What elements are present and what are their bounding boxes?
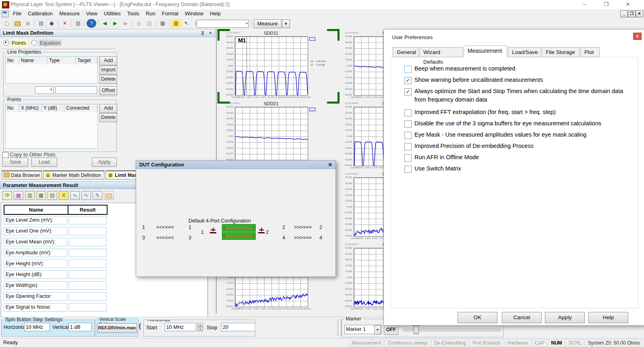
chart-box-icon[interactable]: ∿ [81, 191, 91, 200]
restore-button[interactable]: ❐ [597, 0, 615, 9]
prefs-checkbox[interactable] [404, 166, 412, 173]
prefs-checkbox[interactable] [404, 143, 412, 150]
back-icon[interactable]: ◀ [100, 19, 110, 28]
points-radio[interactable]: Points [3, 40, 27, 46]
prefs-tab-general[interactable]: General [393, 47, 418, 57]
vertical-step-input[interactable] [68, 323, 92, 331]
close-icon[interactable]: ✕ [328, 162, 332, 168]
prefs-tab-file-storage[interactable]: File Storage [542, 47, 580, 57]
collapse-chevron-icon[interactable]: ⟨ [139, 322, 141, 330]
forward-icon[interactable]: ▶ [110, 19, 120, 28]
stop-input[interactable] [221, 323, 255, 331]
menu-measure[interactable]: Measure [56, 9, 83, 18]
prefs-checkbox[interactable]: ✓ [404, 77, 412, 84]
help-button[interactable]: Help [588, 312, 628, 323]
line-properties-table-body[interactable] [5, 64, 98, 83]
open-icon[interactable] [12, 19, 22, 28]
measure-dropdown-arrow[interactable]: ▼ [282, 19, 290, 28]
panel-gripper[interactable] [338, 320, 342, 336]
mdi-close-button[interactable]: ✕ [636, 10, 643, 17]
param-row-result[interactable] [69, 227, 107, 235]
horizontal-step-input[interactable] [24, 323, 50, 331]
start-spinner[interactable]: ▲▼ [197, 323, 203, 332]
spin-down-icon[interactable]: ▼ [197, 327, 203, 331]
prefs-tab-load-save[interactable]: Load/Save [508, 47, 541, 57]
tools-icon[interactable]: ✎ [93, 191, 102, 200]
param-row-result[interactable] [69, 260, 107, 268]
param-row-result[interactable] [69, 270, 107, 279]
menu-utilities[interactable]: Utilities [101, 9, 124, 18]
add-button[interactable]: Add [99, 104, 117, 113]
apply-button[interactable]: Apply [545, 312, 585, 323]
column-no[interactable]: No [6, 104, 19, 112]
prefs-checkbox[interactable] [404, 132, 412, 139]
chevron-down-icon[interactable]: ▼ [374, 325, 381, 335]
points-table-body[interactable] [5, 112, 98, 149]
start-input[interactable] [165, 323, 196, 331]
close-panel-icon[interactable]: × [209, 30, 212, 36]
copy-other-plots-checkbox[interactable] [2, 152, 8, 158]
columns-icon[interactable]: ▥ [25, 191, 35, 200]
prefs-tab-wizard-defaults[interactable]: Wizard Defaults [419, 47, 463, 57]
ok-button[interactable]: OK [458, 312, 497, 323]
line-type-dropdown[interactable]: ▼ [35, 86, 54, 94]
camera-icon[interactable]: ◉ [47, 19, 56, 28]
tab-data-browser[interactable]: Data Browser [2, 170, 42, 179]
apply-button[interactable]: Apply [92, 158, 117, 167]
import-button[interactable]: Import [99, 66, 117, 75]
prefs-tab-plot[interactable]: Plot [580, 47, 600, 57]
copy-icon[interactable]: ▤ [36, 19, 46, 28]
plot-area[interactable] [235, 107, 308, 166]
marker-slider-thumb[interactable] [414, 326, 419, 334]
ref-div-button[interactable]: REF.DIV/min.max [97, 323, 137, 333]
param-row-result[interactable] [69, 238, 107, 246]
marker-line[interactable] [246, 36, 247, 95]
menu-view[interactable]: View [83, 9, 101, 18]
load-button[interactable]: Load [31, 158, 57, 167]
mdi-minimize-button[interactable]: _ [620, 10, 628, 17]
mdi-child-icon[interactable] [2, 10, 9, 17]
plot-area[interactable] [235, 36, 308, 96]
refresh-icon[interactable]: ⟳ [2, 191, 12, 200]
param-row-result[interactable] [69, 249, 107, 257]
column-no[interactable]: No [6, 57, 19, 65]
help-icon[interactable]: ? [87, 19, 96, 28]
menu-file[interactable]: File [10, 9, 25, 18]
pin-icon[interactable]: ⊼ [201, 30, 205, 36]
column-target[interactable]: Target [76, 57, 97, 65]
table-icon[interactable]: ▦ [158, 19, 168, 28]
add-button[interactable]: Add [99, 56, 117, 65]
prefs-checkbox[interactable] [404, 154, 412, 162]
spin-up-icon[interactable]: ▲ [197, 323, 203, 327]
column-connected[interactable]: Connected [64, 104, 97, 112]
delete-button[interactable]: Delete [99, 75, 117, 84]
toolbar-combobox[interactable]: ▾ [197, 20, 249, 28]
prefs-checkbox[interactable] [404, 109, 412, 116]
measure-dropdown-button[interactable]: Measure [254, 19, 282, 28]
prefs-tab-measurement[interactable]: Measurement [464, 46, 507, 57]
marker-off-button[interactable]: OFF [384, 325, 398, 335]
marker-select[interactable]: Marker 1 ▼ [344, 325, 381, 334]
line-value-input[interactable] [55, 86, 97, 94]
menu-run[interactable]: Run [143, 9, 159, 18]
new-icon[interactable]: ▢ [2, 19, 12, 28]
save-button[interactable]: Save [2, 158, 28, 167]
legend-chip[interactable] [309, 108, 315, 111]
equation-radio[interactable]: Equation [31, 40, 62, 46]
delete-button[interactable]: Delete [99, 113, 117, 122]
chart-line-icon[interactable]: ∿ [70, 191, 80, 200]
print-icon[interactable]: ▤ [73, 19, 83, 28]
close-icon[interactable]: x [633, 33, 642, 40]
rows-icon[interactable]: ▤ [48, 191, 57, 200]
palette-icon[interactable]: ▩ [14, 191, 23, 200]
column-name[interactable]: Name [19, 57, 48, 65]
param-row-result[interactable] [69, 292, 107, 301]
menu-window[interactable]: Window [182, 9, 207, 18]
pointer-icon[interactable]: ↖ [182, 19, 191, 28]
delete-icon[interactable]: ✕ [60, 19, 70, 28]
param-row-result[interactable] [69, 281, 107, 290]
menu-calibration[interactable]: Calibration [25, 9, 56, 18]
minimize-button[interactable]: – [575, 0, 594, 9]
dut-dialog-titlebar[interactable]: DUT Configuration ✕ [136, 161, 335, 169]
export-icon[interactable]: X [59, 191, 68, 200]
